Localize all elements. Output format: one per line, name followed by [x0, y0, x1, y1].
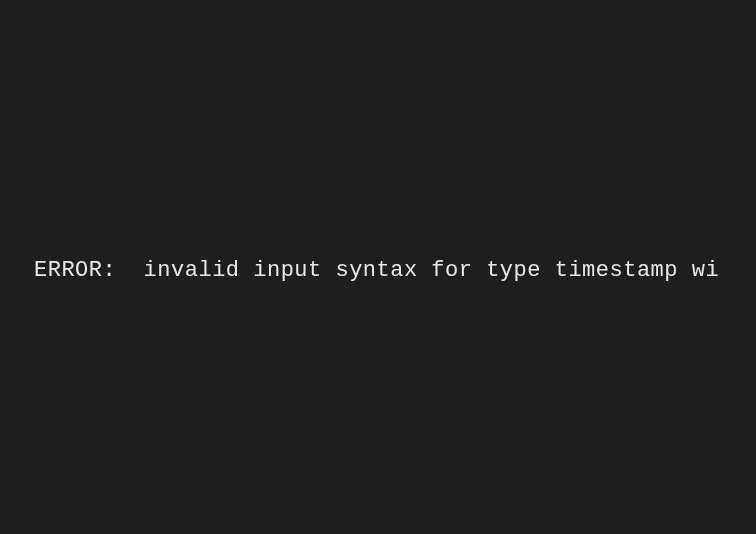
error-message: ERROR: invalid input syntax for type tim… [34, 258, 719, 283]
